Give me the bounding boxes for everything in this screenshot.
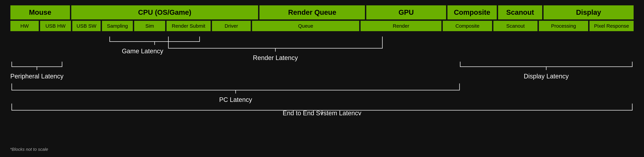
latency-section: Game Latency Render Latency Peripheral L… <box>10 35 634 115</box>
header-cell-render-queue: Render Queue <box>259 5 365 20</box>
header-row: MouseCPU (OS/Game)Render QueueGPUComposi… <box>10 5 634 20</box>
diagram-container: MouseCPU (OS/Game)Render QueueGPUComposi… <box>10 5 634 115</box>
sub-cell-usb-sw: USB SW <box>72 20 101 31</box>
sub-cell-composite-s: Composite <box>442 20 492 31</box>
header-cell-mouse: Mouse <box>10 5 70 20</box>
header-cell-scanout-h: Scanout <box>498 5 542 20</box>
header-cell-display: Display <box>543 5 634 20</box>
header-cell-composite-h: Composite <box>447 5 497 20</box>
sub-cell-render-submit: Render Submit <box>166 20 211 31</box>
render-latency-label: Render Latency <box>253 54 298 61</box>
brackets-svg: Game Latency Render Latency Peripheral L… <box>10 35 634 115</box>
header-cell-cpu: CPU (OS/Game) <box>71 5 258 20</box>
display-latency-label: Display Latency <box>524 73 569 80</box>
sub-cell-usb-hw: USB HW <box>40 20 71 31</box>
pc-latency-label: PC Latency <box>219 96 252 103</box>
footnote: *Blocks not to scale <box>10 147 48 152</box>
peripheral-latency-label: Peripheral Latency <box>10 73 64 80</box>
sub-cell-hw: HW <box>10 20 39 31</box>
sub-cell-queue: Queue <box>252 20 360 31</box>
sub-row: HWUSB HWUSB SWSamplingSimRender SubmitDr… <box>10 20 634 31</box>
sub-cell-render: Render <box>360 20 442 31</box>
sub-cell-sampling: Sampling <box>102 20 133 31</box>
end-to-end-latency-label: End to End System Latency <box>283 110 362 115</box>
sub-cell-pixel-response: Pixel Response <box>589 20 634 31</box>
sub-cell-scanout-s: Scanout <box>493 20 538 31</box>
game-latency-label: Game Latency <box>122 48 163 55</box>
footnote-text: *Blocks not to scale <box>10 147 48 152</box>
header-cell-gpu: GPU <box>366 5 446 20</box>
sub-cell-driver: Driver <box>212 20 251 31</box>
sub-cell-processing: Processing <box>538 20 588 31</box>
sub-cell-sim: Sim <box>134 20 165 31</box>
